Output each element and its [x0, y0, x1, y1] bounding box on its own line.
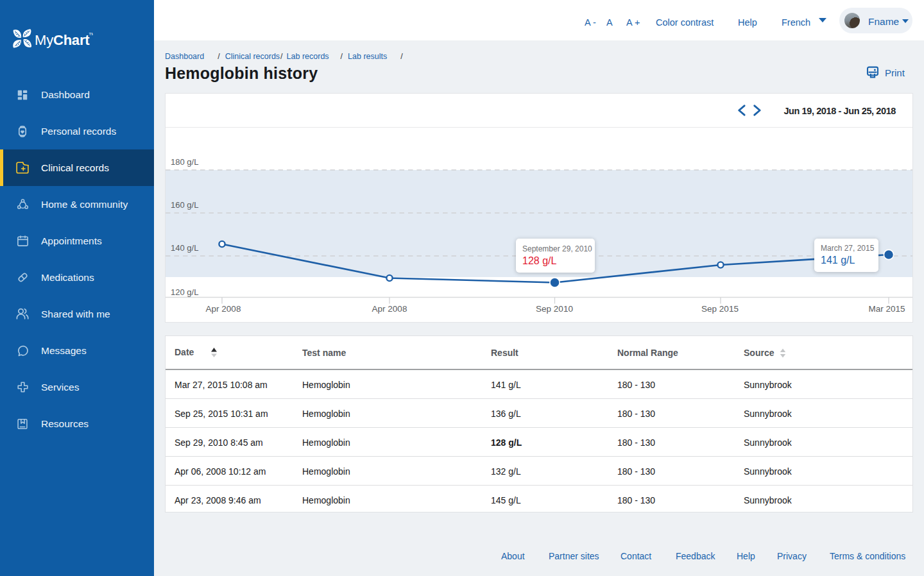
svg-text:160 g/L: 160 g/L — [171, 200, 198, 210]
svg-text:Apr 2008: Apr 2008 — [372, 304, 407, 314]
svg-text:Sep 2015: Sep 2015 — [701, 304, 739, 314]
svg-text:Sep 2010: Sep 2010 — [536, 304, 573, 314]
svg-text:MyChart: MyChart — [35, 32, 90, 48]
svg-text:180 g/L: 180 g/L — [171, 157, 198, 167]
svg-text:Mar 2015: Mar 2015 — [868, 304, 905, 314]
svg-text:Jun 19, 2018 - Jun 25, 2018: Jun 19, 2018 - Jun 25, 2018 — [783, 106, 896, 116]
svg-text:TM: TM — [89, 32, 94, 36]
svg-text:140 g/L: 140 g/L — [171, 243, 198, 253]
svg-text:Apr 2008: Apr 2008 — [206, 304, 241, 314]
svg-text:120 g/L: 120 g/L — [171, 287, 198, 297]
